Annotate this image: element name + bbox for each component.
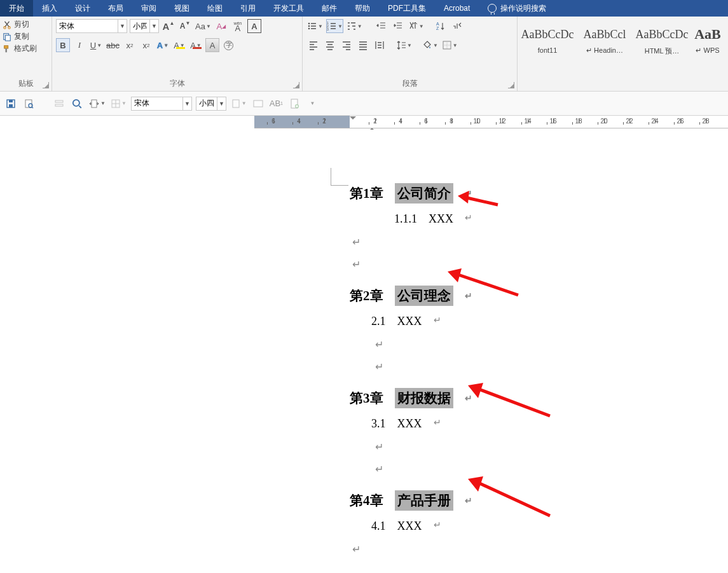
tab-help[interactable]: 帮助	[346, 0, 379, 17]
tab-acrobat[interactable]: Acrobat	[435, 0, 479, 17]
borders-button[interactable]: ▼	[441, 38, 458, 52]
chevron-down-icon[interactable]: ▼	[149, 20, 158, 32]
first-line-indent-marker[interactable]	[350, 116, 356, 123]
grow-font-button[interactable]: A▲	[161, 19, 175, 33]
show-hide-marks-button[interactable]	[450, 19, 464, 33]
empty-paragraph[interactable]: ↵	[350, 361, 703, 373]
sort-button[interactable]: AZ	[434, 19, 448, 33]
heading-2[interactable]: 第2章 公司理念↵	[350, 286, 703, 306]
character-shading-button[interactable]: A	[205, 38, 219, 52]
clear-formatting-button[interactable]: A◢	[214, 19, 228, 33]
subheading-4-1[interactable]: 4.1 XXX↵	[350, 520, 703, 533]
copy-button[interactable]: 复制	[3, 31, 49, 42]
line-spacing-button[interactable]: ▼	[395, 38, 413, 52]
align-right-button[interactable]	[340, 38, 354, 52]
subscript-button[interactable]: x2	[123, 38, 137, 52]
empty-paragraph[interactable]: ↵	[350, 463, 703, 475]
empty-paragraph[interactable]: ↵	[350, 236, 703, 248]
insert-row-button[interactable]	[52, 95, 66, 112]
strikethrough-button[interactable]: abc	[106, 38, 120, 52]
qat-font-size-input[interactable]	[196, 99, 217, 108]
paragraph-dialog-launcher[interactable]	[508, 82, 514, 88]
tab-draw[interactable]: 绘图	[198, 0, 231, 17]
change-case-button[interactable]: Aa▼	[195, 19, 212, 33]
font-family-combo[interactable]: ▼	[56, 19, 127, 33]
asian-layout-button[interactable]: ▼	[408, 19, 425, 33]
more-commands-button[interactable]: ▼	[305, 95, 319, 112]
decrease-indent-button[interactable]	[374, 19, 388, 33]
document-page[interactable]: 第1章 公司简介↵ 1.1.1 XXX↵ ↵ ↵ 第2章 公司理念↵ 2.1 X…	[254, 130, 728, 573]
tab-review[interactable]: 审阅	[132, 0, 165, 17]
qat-font-family-input[interactable]	[132, 99, 182, 108]
svg-rect-25	[233, 100, 239, 107]
font-family-input[interactable]	[57, 22, 118, 31]
bullets-button[interactable]: ▼	[306, 19, 324, 33]
subheading-2-1[interactable]: 2.1 XXX↵	[350, 315, 703, 328]
shrink-font-button[interactable]: A▼	[178, 19, 192, 33]
tab-insert[interactable]: 插入	[33, 0, 66, 17]
cut-label: 剪切	[14, 19, 29, 30]
one-page-button[interactable]	[251, 95, 265, 112]
shading-button[interactable]: ▼	[422, 38, 439, 52]
format-painter-button[interactable]: 格式刷	[3, 43, 49, 54]
tell-me-search[interactable]: 操作说明搜索	[479, 0, 555, 17]
superscript-button[interactable]: x2	[139, 38, 153, 52]
font-size-combo[interactable]: ▼	[130, 19, 159, 33]
save-button[interactable]	[4, 95, 18, 112]
align-left-button[interactable]	[306, 38, 320, 52]
font-dialog-launcher[interactable]	[293, 82, 299, 88]
bold-button[interactable]: B	[56, 38, 70, 52]
style-heading[interactable]: AaBbCcl ↵ Headin…	[577, 20, 632, 91]
table-splitter[interactable]: ▼	[110, 95, 127, 112]
text-effects-button[interactable]: A▼	[156, 38, 170, 52]
increase-indent-button[interactable]	[391, 19, 405, 33]
chevron-down-icon[interactable]: ▼	[182, 97, 191, 110]
svg-rect-16	[9, 104, 13, 107]
tab-pdf-tools[interactable]: PDF工具集	[379, 0, 435, 17]
character-border-button[interactable]: A	[247, 19, 261, 33]
multilevel-list-button[interactable]: ▼	[346, 19, 363, 33]
document-area[interactable]: 642246810121416182022242628 第1章 公司简介↵ 1.…	[254, 116, 728, 573]
cut-button[interactable]: 剪切	[3, 19, 49, 30]
tab-design[interactable]: 设计	[66, 0, 99, 17]
font-size-input[interactable]	[130, 22, 149, 31]
empty-paragraph[interactable]: ↵	[350, 543, 703, 555]
header-footer-button[interactable]: AB1	[269, 95, 284, 112]
empty-paragraph[interactable]: ↵	[350, 258, 703, 270]
qat-font-family-combo[interactable]: ▼	[131, 97, 192, 111]
style-font11[interactable]: AaBbCcDc font11	[520, 20, 575, 91]
tab-layout[interactable]: 布局	[99, 0, 132, 17]
insert-page-button[interactable]	[287, 95, 301, 112]
style-html-pre[interactable]: AaBbCcDc HTML 预…	[635, 20, 689, 91]
underline-button[interactable]: U▼	[89, 38, 103, 52]
style-wps[interactable]: AaB ↵ WPS	[692, 20, 724, 91]
heading-1[interactable]: 第1章 公司简介↵	[350, 183, 703, 204]
print-preview-button[interactable]	[22, 95, 36, 112]
align-center-button[interactable]	[323, 38, 337, 52]
numbering-button[interactable]: 123▼	[326, 19, 343, 33]
tab-mailings[interactable]: 邮件	[313, 0, 346, 17]
italic-button[interactable]: I	[72, 38, 86, 52]
tab-developer[interactable]: 开发工具	[264, 0, 313, 17]
sub-number: 4.1	[371, 520, 386, 533]
align-justify-button[interactable]	[356, 38, 370, 52]
distributed-button[interactable]	[373, 38, 387, 52]
horizontal-ruler[interactable]: 642246810121416182022242628	[254, 116, 728, 128]
chevron-down-icon[interactable]: ▼	[217, 97, 226, 110]
phonetic-guide-button[interactable]: wénA	[231, 19, 245, 33]
empty-paragraph[interactable]: ↵	[350, 338, 703, 350]
clipboard-dialog-launcher[interactable]	[43, 82, 49, 88]
tab-references[interactable]: 引用	[231, 0, 264, 17]
find-button[interactable]	[70, 95, 84, 112]
font-color-button[interactable]: A▼	[189, 38, 203, 52]
chevron-down-icon[interactable]: ▼	[118, 20, 127, 32]
subheading-1-1[interactable]: 1.1.1 XXX↵	[350, 212, 703, 226]
page-setup-button[interactable]: ▼	[230, 95, 247, 112]
tab-home[interactable]: 开始	[0, 0, 33, 17]
enclose-characters-button[interactable]: 字	[222, 38, 236, 52]
qat-font-size-combo[interactable]: ▼	[196, 97, 226, 111]
highlight-button[interactable]: A▼	[172, 38, 186, 52]
empty-paragraph[interactable]: ↵	[350, 441, 703, 453]
tab-view[interactable]: 视图	[165, 0, 198, 17]
page-width-button[interactable]: ▼	[88, 95, 106, 112]
